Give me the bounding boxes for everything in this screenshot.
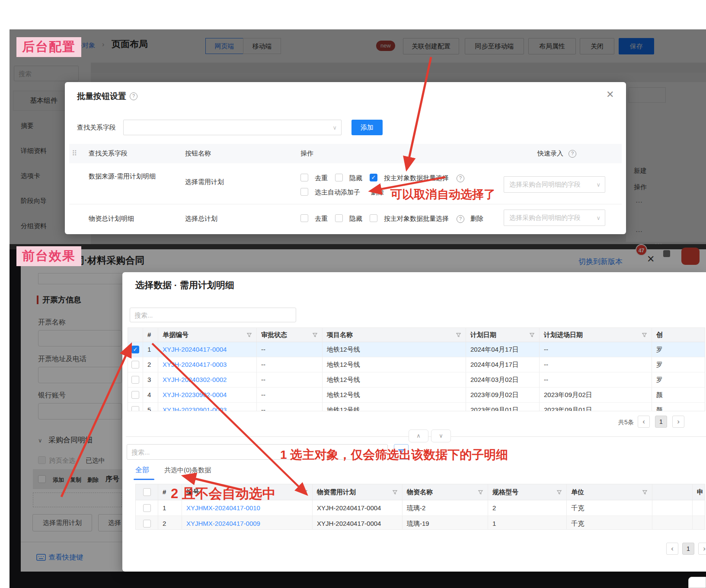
next-page-button[interactable]: [698, 543, 706, 555]
row-checkbox-cell[interactable]: [128, 342, 143, 357]
filter-icon[interactable]: [246, 332, 252, 338]
table-cell: 琉璃-19: [403, 516, 488, 530]
row-checkbox[interactable]: [131, 376, 139, 384]
dedupe-label: 去重: [315, 215, 328, 223]
cell-text: 罗: [656, 361, 663, 368]
cell-text: 2: [492, 504, 496, 512]
filter-icon[interactable]: [302, 489, 308, 495]
table-row[interactable]: 3XYJH-20240302-0002--地铁12号线2024年03月02日--…: [128, 372, 705, 388]
page-number[interactable]: 1: [655, 416, 667, 428]
table-row[interactable]: 2XYJHMX-20240417-0009XYJH-20240417-0004琉…: [136, 516, 705, 530]
batch-select-checkbox[interactable]: [370, 214, 377, 222]
quick-entry-select[interactable]: 选择采购合同明细的字段: [504, 210, 605, 226]
row-checkbox-cell[interactable]: [128, 388, 143, 402]
delete-link[interactable]: 删除: [470, 215, 483, 223]
filter-icon[interactable]: [556, 489, 562, 495]
close-icon[interactable]: [606, 89, 614, 100]
next-page-button[interactable]: [672, 416, 684, 428]
filter-icon[interactable]: [529, 332, 535, 338]
record-link[interactable]: XYJHMX-20240417-0009: [186, 520, 260, 527]
main-table-search-input[interactable]: [130, 308, 296, 322]
row-checkbox-cell[interactable]: [136, 500, 158, 515]
row-checkbox-cell[interactable]: [128, 403, 143, 411]
table-row[interactable]: 1XYJH-20240417-0004--地铁12号线2024年04月17日--…: [128, 342, 705, 357]
tab-all[interactable]: 全部: [135, 466, 149, 475]
filter-icon[interactable]: [642, 489, 648, 495]
column-header[interactable]: 规格型号: [488, 484, 567, 500]
row-checkbox[interactable]: [131, 391, 139, 399]
row-checkbox[interactable]: [131, 406, 139, 411]
batch-select-label: 按主对象数据批量选择: [384, 174, 449, 182]
select-all-checkbox[interactable]: [143, 488, 151, 496]
table-cell: --: [257, 357, 323, 372]
filter-icon[interactable]: [456, 332, 461, 338]
table-cell: 2023年09月01日: [466, 403, 540, 411]
help-icon[interactable]: [130, 92, 137, 100]
dedupe-checkbox[interactable]: [300, 214, 308, 222]
filter-icon[interactable]: [642, 332, 647, 338]
prev-page-button[interactable]: [666, 543, 678, 555]
cell-text: 千克: [571, 504, 584, 512]
column-header[interactable]: 物资名称: [403, 484, 488, 500]
column-header[interactable]: 项目名称: [323, 328, 466, 342]
column-header[interactable]: 计划日期: [466, 328, 540, 342]
record-link[interactable]: XYJH-20230901-0003: [163, 406, 227, 411]
dedupe-checkbox[interactable]: [300, 174, 308, 181]
table-cell: 2024年03月02日: [466, 372, 540, 387]
table-cell: 2023年09月01日: [540, 403, 652, 411]
cell-text: 琉璃-2: [407, 504, 425, 512]
column-header: 快速录入: [537, 149, 563, 158]
cell-text: 2024年04月17日: [470, 346, 519, 353]
row-checkbox[interactable]: [143, 504, 151, 512]
add-button[interactable]: 添加: [351, 120, 383, 135]
row-checkbox-cell[interactable]: [136, 516, 158, 530]
column-header[interactable]: 单位: [567, 484, 652, 500]
column-header[interactable]: 审批状态: [257, 328, 323, 342]
table-cell: 1: [143, 342, 158, 357]
record-link[interactable]: XYJHMX-20240417-0010: [186, 504, 260, 512]
column-header: [652, 484, 693, 500]
column-header[interactable]: 单据编号: [158, 328, 257, 342]
hide-checkbox[interactable]: [335, 214, 343, 222]
page-number[interactable]: 1: [682, 543, 694, 555]
record-link[interactable]: XYJH-20230902-0004: [163, 391, 227, 398]
tab-all-underline: [134, 479, 154, 480]
row-checkbox-cell[interactable]: [128, 372, 143, 387]
record-link[interactable]: XYJH-20240302-0002: [163, 376, 227, 383]
tab-selected-count[interactable]: 共选中(0)条数据: [164, 466, 211, 474]
table-row[interactable]: 5XYJH-20230901-0003--地铁12号线2023年09月01日20…: [128, 403, 705, 411]
collapse-down-button[interactable]: [431, 429, 451, 442]
filter-icon[interactable]: [312, 332, 318, 338]
help-icon[interactable]: [569, 150, 576, 158]
batch-select-checkbox[interactable]: [370, 174, 377, 181]
filter-icon[interactable]: [392, 489, 398, 495]
drag-handle-icon[interactable]: [72, 149, 77, 158]
help-icon[interactable]: [457, 215, 464, 223]
delete-link[interactable]: 删除: [371, 188, 384, 197]
record-link[interactable]: XYJH-20240417-0003: [163, 361, 227, 368]
auto-add-child-checkbox[interactable]: [300, 188, 308, 196]
corner-widget[interactable]: [688, 577, 706, 588]
row-checkbox-cell[interactable]: [128, 357, 143, 372]
prev-page-button[interactable]: [638, 416, 650, 428]
filter-icon[interactable]: [478, 489, 483, 495]
row-checkbox[interactable]: [131, 361, 139, 369]
row-checkbox[interactable]: [131, 346, 139, 353]
quick-entry-select[interactable]: 选择采购合同明细的字段: [504, 176, 605, 193]
record-link[interactable]: XYJH-20240417-0004: [163, 346, 227, 353]
config-row-button-name: 选择需用计划: [185, 178, 224, 186]
hide-checkbox[interactable]: [335, 174, 343, 181]
row-checkbox[interactable]: [143, 520, 151, 528]
table-row[interactable]: 4XYJH-20230902-0004--地铁12号线2023年09月02日20…: [128, 388, 705, 403]
column-header[interactable]: 物资需用计划: [313, 484, 403, 500]
cell-text: 地铁12号线: [327, 391, 360, 398]
config-row-button-name: 选择总计划: [185, 215, 217, 223]
collapse-up-button[interactable]: [409, 429, 428, 442]
annotation-cancel-auto: 可以取消自动选择了: [390, 187, 495, 202]
table-row[interactable]: 2XYJH-20240417-0003--地铁12号线2024年04月17日--…: [128, 357, 705, 372]
help-icon[interactable]: [457, 175, 464, 182]
modal-title: 批量按钮设置: [77, 91, 126, 102]
column-header[interactable]: 计划进场日期: [540, 328, 652, 342]
cell-text: 罗: [656, 376, 663, 383]
find-field-select[interactable]: [123, 120, 342, 135]
